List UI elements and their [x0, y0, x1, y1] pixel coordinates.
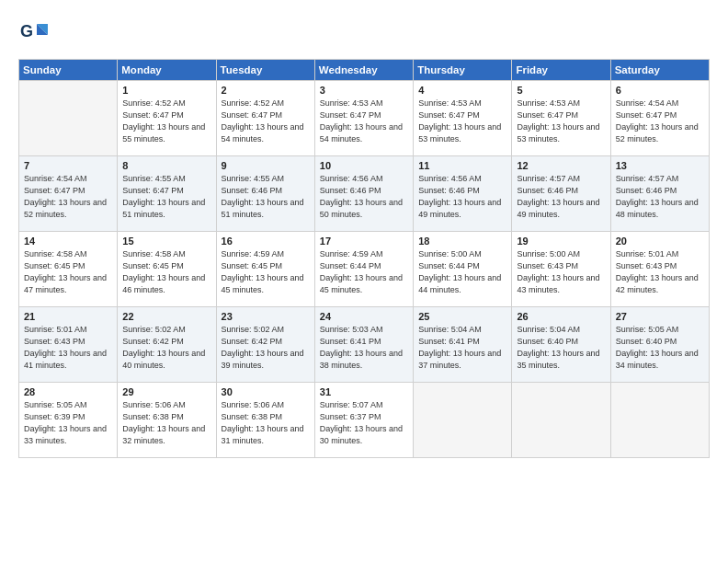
day-number: 29	[122, 386, 210, 397]
day-number: 22	[122, 311, 210, 322]
day-info: Sunrise: 5:02 AMSunset: 6:42 PMDaylight:…	[222, 324, 310, 372]
weekday-header-row: SundayMondayTuesdayWednesdayThursdayFrid…	[19, 60, 710, 81]
day-info: Sunrise: 4:53 AMSunset: 6:47 PMDaylight:…	[418, 98, 506, 145]
calendar-week-row: 7Sunrise: 4:54 AMSunset: 6:47 PMDaylight…	[19, 156, 710, 232]
day-number: 28	[24, 386, 112, 397]
svg-text:G: G	[20, 22, 33, 40]
day-info: Sunrise: 5:01 AMSunset: 6:43 PMDaylight:…	[616, 248, 704, 296]
logo: G	[18, 17, 55, 50]
page: G SundayMondayTuesdayWednesdayThursdayFr…	[0, 0, 728, 563]
day-info: Sunrise: 4:57 AMSunset: 6:46 PMDaylight:…	[616, 173, 704, 221]
calendar-cell: 16Sunrise: 4:59 AMSunset: 6:45 PMDayligh…	[216, 232, 314, 307]
calendar-cell: 2Sunrise: 4:52 AMSunset: 6:47 PMDaylight…	[216, 81, 314, 156]
calendar-cell: 8Sunrise: 4:55 AMSunset: 6:47 PMDaylight…	[118, 156, 216, 232]
day-info: Sunrise: 5:07 AMSunset: 6:37 PMDaylight:…	[320, 399, 408, 447]
day-number: 8	[122, 160, 210, 171]
calendar-cell: 17Sunrise: 4:59 AMSunset: 6:44 PMDayligh…	[314, 232, 413, 307]
day-info: Sunrise: 5:00 AMSunset: 6:44 PMDaylight:…	[418, 248, 506, 296]
day-number: 30	[222, 386, 310, 397]
day-number: 21	[24, 311, 112, 322]
day-info: Sunrise: 4:54 AMSunset: 6:47 PMDaylight:…	[24, 173, 112, 221]
calendar-cell	[19, 81, 118, 156]
day-info: Sunrise: 4:53 AMSunset: 6:47 PMDaylight:…	[517, 98, 605, 145]
day-info: Sunrise: 4:55 AMSunset: 6:47 PMDaylight:…	[122, 173, 210, 221]
day-number: 20	[616, 236, 704, 247]
day-info: Sunrise: 4:55 AMSunset: 6:46 PMDaylight:…	[222, 173, 310, 221]
calendar-cell	[414, 383, 512, 458]
header: G	[18, 17, 710, 50]
day-info: Sunrise: 4:59 AMSunset: 6:44 PMDaylight:…	[320, 248, 408, 296]
day-info: Sunrise: 5:04 AMSunset: 6:40 PMDaylight:…	[517, 324, 605, 372]
weekday-header-friday: Friday	[512, 60, 610, 81]
day-info: Sunrise: 5:02 AMSunset: 6:42 PMDaylight:…	[122, 324, 210, 372]
day-info: Sunrise: 5:01 AMSunset: 6:43 PMDaylight:…	[24, 324, 112, 372]
day-info: Sunrise: 4:57 AMSunset: 6:46 PMDaylight:…	[517, 173, 605, 221]
day-number: 5	[517, 85, 605, 96]
day-number: 14	[24, 236, 112, 247]
day-number: 27	[616, 311, 704, 322]
day-info: Sunrise: 5:00 AMSunset: 6:43 PMDaylight:…	[517, 248, 605, 296]
weekday-header-thursday: Thursday	[414, 60, 512, 81]
day-info: Sunrise: 5:06 AMSunset: 6:38 PMDaylight:…	[222, 399, 310, 447]
calendar-cell: 1Sunrise: 4:52 AMSunset: 6:47 PMDaylight…	[118, 81, 216, 156]
calendar-cell: 29Sunrise: 5:06 AMSunset: 6:38 PMDayligh…	[118, 383, 216, 458]
day-info: Sunrise: 4:59 AMSunset: 6:45 PMDaylight:…	[222, 248, 310, 296]
day-number: 15	[122, 236, 210, 247]
day-number: 26	[517, 311, 605, 322]
calendar-cell: 22Sunrise: 5:02 AMSunset: 6:42 PMDayligh…	[118, 307, 216, 383]
day-number: 2	[222, 85, 310, 96]
calendar-cell: 13Sunrise: 4:57 AMSunset: 6:46 PMDayligh…	[610, 156, 709, 232]
calendar-cell: 24Sunrise: 5:03 AMSunset: 6:41 PMDayligh…	[314, 307, 413, 383]
day-number: 16	[222, 236, 310, 247]
day-info: Sunrise: 4:56 AMSunset: 6:46 PMDaylight:…	[320, 173, 408, 221]
calendar-cell: 26Sunrise: 5:04 AMSunset: 6:40 PMDayligh…	[512, 307, 610, 383]
day-info: Sunrise: 5:04 AMSunset: 6:41 PMDaylight:…	[418, 324, 506, 372]
day-number: 17	[320, 236, 408, 247]
day-number: 25	[418, 311, 506, 322]
day-info: Sunrise: 5:06 AMSunset: 6:38 PMDaylight:…	[122, 399, 210, 447]
calendar-cell: 11Sunrise: 4:56 AMSunset: 6:46 PMDayligh…	[414, 156, 512, 232]
calendar-cell: 7Sunrise: 4:54 AMSunset: 6:47 PMDaylight…	[19, 156, 118, 232]
day-number: 23	[222, 311, 310, 322]
day-info: Sunrise: 4:54 AMSunset: 6:47 PMDaylight:…	[616, 98, 704, 145]
calendar-cell: 20Sunrise: 5:01 AMSunset: 6:43 PMDayligh…	[610, 232, 709, 307]
calendar-cell: 19Sunrise: 5:00 AMSunset: 6:43 PMDayligh…	[512, 232, 610, 307]
day-number: 19	[517, 236, 605, 247]
calendar-cell: 3Sunrise: 4:53 AMSunset: 6:47 PMDaylight…	[314, 81, 413, 156]
day-number: 7	[24, 160, 112, 171]
day-number: 9	[222, 160, 310, 171]
calendar-cell: 12Sunrise: 4:57 AMSunset: 6:46 PMDayligh…	[512, 156, 610, 232]
day-number: 12	[517, 160, 605, 171]
weekday-header-monday: Monday	[118, 60, 216, 81]
day-number: 4	[418, 85, 506, 96]
day-number: 31	[320, 386, 408, 397]
calendar-cell	[610, 383, 709, 458]
day-number: 11	[418, 160, 506, 171]
calendar-cell: 30Sunrise: 5:06 AMSunset: 6:38 PMDayligh…	[216, 383, 314, 458]
day-info: Sunrise: 5:05 AMSunset: 6:40 PMDaylight:…	[616, 324, 704, 372]
day-info: Sunrise: 4:52 AMSunset: 6:47 PMDaylight:…	[122, 98, 210, 145]
day-number: 13	[616, 160, 704, 171]
day-info: Sunrise: 4:52 AMSunset: 6:47 PMDaylight:…	[222, 98, 310, 145]
calendar-cell: 5Sunrise: 4:53 AMSunset: 6:47 PMDaylight…	[512, 81, 610, 156]
calendar-cell: 27Sunrise: 5:05 AMSunset: 6:40 PMDayligh…	[610, 307, 709, 383]
day-number: 18	[418, 236, 506, 247]
calendar-cell: 4Sunrise: 4:53 AMSunset: 6:47 PMDaylight…	[414, 81, 512, 156]
calendar-week-row: 21Sunrise: 5:01 AMSunset: 6:43 PMDayligh…	[19, 307, 710, 383]
day-info: Sunrise: 4:58 AMSunset: 6:45 PMDaylight:…	[122, 248, 210, 296]
day-number: 6	[616, 85, 704, 96]
weekday-header-tuesday: Tuesday	[216, 60, 314, 81]
calendar-cell: 28Sunrise: 5:05 AMSunset: 6:39 PMDayligh…	[19, 383, 118, 458]
day-info: Sunrise: 4:53 AMSunset: 6:47 PMDaylight:…	[320, 98, 408, 145]
calendar-cell: 14Sunrise: 4:58 AMSunset: 6:45 PMDayligh…	[19, 232, 118, 307]
calendar-week-row: 1Sunrise: 4:52 AMSunset: 6:47 PMDaylight…	[19, 81, 710, 156]
calendar-cell: 10Sunrise: 4:56 AMSunset: 6:46 PMDayligh…	[314, 156, 413, 232]
calendar-week-row: 28Sunrise: 5:05 AMSunset: 6:39 PMDayligh…	[19, 383, 710, 458]
calendar-cell: 23Sunrise: 5:02 AMSunset: 6:42 PMDayligh…	[216, 307, 314, 383]
logo-icon: G	[18, 17, 51, 50]
calendar-cell: 15Sunrise: 4:58 AMSunset: 6:45 PMDayligh…	[118, 232, 216, 307]
calendar: SundayMondayTuesdayWednesdayThursdayFrid…	[18, 59, 710, 458]
weekday-header-sunday: Sunday	[19, 60, 118, 81]
weekday-header-saturday: Saturday	[610, 60, 709, 81]
calendar-cell: 31Sunrise: 5:07 AMSunset: 6:37 PMDayligh…	[314, 383, 413, 458]
